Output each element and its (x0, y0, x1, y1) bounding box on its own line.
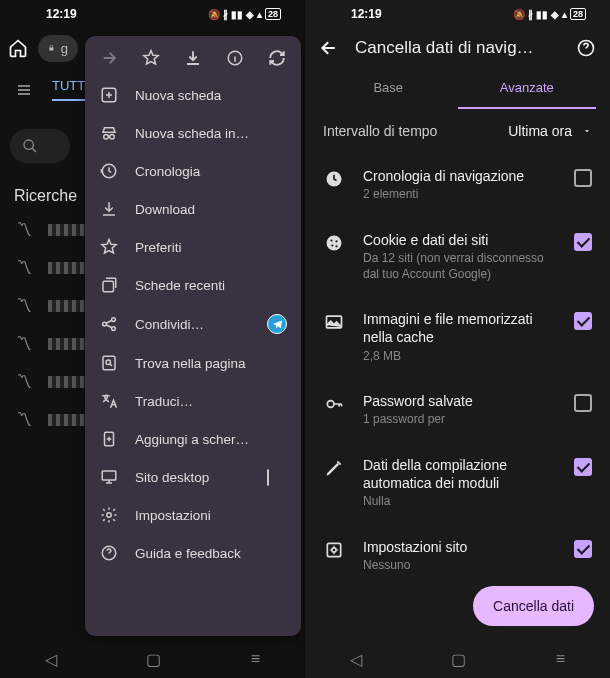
menu-label: Traduci… (135, 394, 251, 409)
search-icon (22, 138, 38, 154)
nav-recent-icon[interactable]: ≡ (556, 650, 565, 668)
svg-point-23 (327, 401, 334, 408)
svg-point-21 (335, 245, 337, 247)
clear-item-image[interactable]: Immagini e file memorizzati nella cache2… (305, 296, 610, 378)
forward-icon[interactable] (99, 48, 119, 68)
menu-item-add-home[interactable]: Aggiungi a schermata H… (85, 420, 301, 458)
menu-item-history[interactable]: Cronologia (85, 152, 301, 190)
nav-recent-icon[interactable]: ≡ (251, 650, 260, 668)
menu-label: Nuova scheda in incogn… (135, 126, 251, 141)
item-checkbox[interactable] (574, 394, 592, 412)
svg-point-17 (327, 235, 342, 250)
clear-item-cookie[interactable]: Cookie e dati dei sitiDa 12 siti (non ve… (305, 217, 610, 296)
clear-item-key[interactable]: Password salvate1 password per (305, 378, 610, 442)
chevron-down-icon (582, 126, 592, 136)
wifi-icon: ◈ (551, 9, 559, 20)
item-checkbox[interactable] (574, 312, 592, 330)
item-checkbox[interactable] (574, 233, 592, 251)
clear-item-edit[interactable]: Dati della compilazione automatica dei m… (305, 442, 610, 524)
item-subtitle: Nulla (363, 494, 556, 510)
tab-base[interactable]: Base (319, 68, 458, 109)
nav-home-icon[interactable]: ▢ (451, 650, 466, 669)
item-checkbox[interactable] (574, 169, 592, 187)
help-icon[interactable] (576, 38, 596, 58)
svg-rect-9 (103, 356, 115, 370)
menu-item-star[interactable]: Preferiti (85, 228, 301, 266)
star-icon[interactable] (141, 48, 161, 68)
trending-icon: 〽 (16, 411, 32, 429)
signal2-icon: ▴ (257, 9, 262, 20)
edit-icon (323, 458, 345, 478)
hamburger-icon[interactable] (14, 82, 34, 98)
svg-rect-24 (327, 543, 340, 556)
download-icon[interactable] (183, 48, 203, 68)
time-range-row[interactable]: Intervallo di tempo Ultima ora (305, 109, 610, 153)
menu-item-tabs[interactable]: Schede recenti (85, 266, 301, 304)
tabs-icon (99, 276, 119, 294)
status-icons: 🔕 ∦ ▮▮ ◈ ▴ 28 (208, 8, 281, 20)
info-icon[interactable] (225, 48, 245, 68)
bluetooth-icon: ∦ (528, 9, 533, 20)
menu-item-find[interactable]: Trova nella pagina (85, 344, 301, 382)
telegram-icon (267, 314, 287, 334)
item-title: Cronologia di navigazione (363, 167, 556, 185)
status-time: 12:19 (46, 7, 77, 21)
settings-box-icon (323, 540, 345, 560)
menu-label: Nuova scheda (135, 88, 251, 103)
right-phone-frame: 12:19 🔕 ∦ ▮▮ ◈ ▴ 28 Cancella dati di nav… (305, 0, 610, 678)
menu-label: Preferiti (135, 240, 251, 255)
clear-data-button[interactable]: Cancella dati (473, 586, 594, 626)
chrome-menu: Nuova schedaNuova scheda in incogn…Crono… (85, 36, 301, 636)
item-title: Immagini e file memorizzati nella cache (363, 310, 556, 346)
item-subtitle: 1 password per (363, 412, 556, 428)
menu-label: Schede recenti (135, 278, 251, 293)
item-checkbox[interactable] (574, 458, 592, 476)
nav-bar: ◁ ▢ ≡ (305, 640, 610, 678)
status-icons: 🔕 ∦ ▮▮ ◈ ▴ 28 (513, 8, 586, 20)
menu-label: Condividi… (135, 317, 251, 332)
refresh-icon[interactable] (267, 48, 287, 68)
menu-item-incognito[interactable]: Nuova scheda in incogn… (85, 114, 301, 152)
menu-item-help[interactable]: Guida e feedback (85, 534, 301, 572)
home-icon[interactable] (8, 38, 28, 58)
tab-tutti[interactable]: TUTTI (52, 78, 89, 101)
item-subtitle: 2 elementi (363, 187, 556, 203)
help-icon (99, 544, 119, 562)
item-checkbox[interactable] (574, 540, 592, 558)
time-range-label: Intervallo di tempo (323, 123, 437, 139)
battery-icon: 28 (265, 8, 281, 20)
item-title: Dati della compilazione automatica dei m… (363, 456, 556, 492)
item-subtitle: Nessuno (363, 558, 556, 574)
nav-back-icon[interactable]: ◁ (350, 650, 362, 669)
svg-point-3 (104, 135, 109, 140)
nav-bar: ◁ ▢ ≡ (0, 640, 305, 678)
cookie-icon (323, 233, 345, 253)
url-bar[interactable]: g (38, 35, 78, 62)
time-range-value: Ultima ora (508, 123, 572, 139)
tab-advanced[interactable]: Avanzate (458, 68, 597, 109)
menu-item-desktop[interactable]: Sito desktop (85, 458, 301, 496)
menu-label: Cronologia (135, 164, 251, 179)
menu-item-download[interactable]: Download (85, 190, 301, 228)
battery-icon: 28 (570, 8, 586, 20)
clear-item-settings-box[interactable]: Impostazioni sitoNessuno (305, 524, 610, 588)
back-icon[interactable] (319, 38, 339, 58)
svg-point-4 (110, 135, 115, 140)
nav-back-icon[interactable]: ◁ (45, 650, 57, 669)
time-range-dropdown[interactable]: Ultima ora (508, 123, 592, 139)
menu-item-gear[interactable]: Impostazioni (85, 496, 301, 534)
menu-item-translate[interactable]: Traduci… (85, 382, 301, 420)
clear-item-clock[interactable]: Cronologia di navigazione2 elementi (305, 153, 610, 217)
trending-icon: 〽 (16, 259, 32, 277)
nav-home-icon[interactable]: ▢ (146, 650, 161, 669)
page-header: Cancella dati di navig… (305, 28, 610, 68)
image-icon (323, 312, 345, 332)
menu-item-share[interactable]: Condividi… (85, 304, 301, 344)
incognito-icon (99, 124, 119, 142)
desktop-checkbox[interactable] (267, 469, 269, 486)
clock-icon (323, 169, 345, 189)
svg-rect-12 (102, 471, 116, 480)
search-field[interactable] (10, 129, 70, 163)
item-title: Cookie e dati dei siti (363, 231, 556, 249)
menu-item-plus-box[interactable]: Nuova scheda (85, 76, 301, 114)
